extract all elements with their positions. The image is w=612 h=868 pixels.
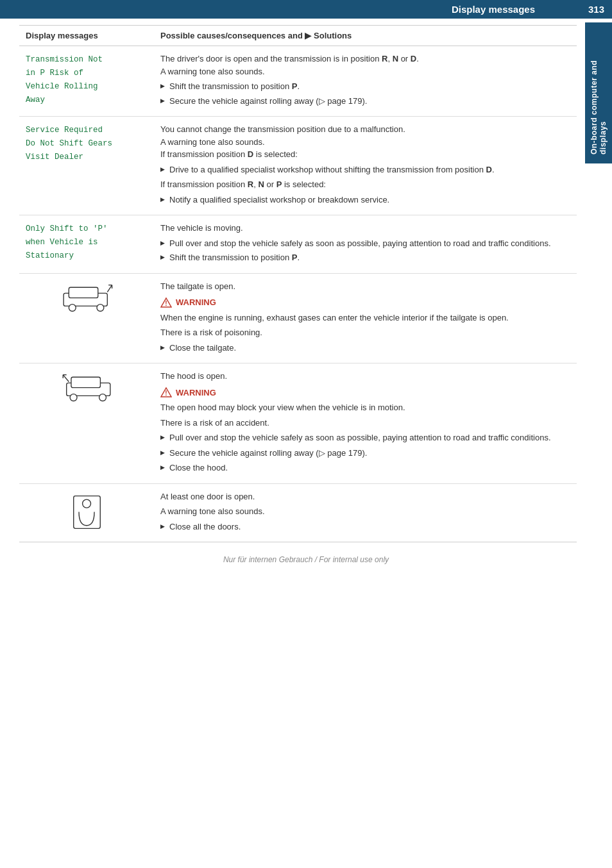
svg-point-12 xyxy=(99,394,106,401)
display-message-code: Only Shift to 'P' when Vehicle is Statio… xyxy=(26,224,108,260)
message-cell xyxy=(19,483,154,542)
svg-rect-1 xyxy=(69,287,98,297)
causes-cell: At least one door is open.A warning tone… xyxy=(154,483,577,542)
main-content: Display messages Possible causes/consequ… xyxy=(19,25,577,542)
message-cell: Only Shift to 'P' when Vehicle is Statio… xyxy=(19,215,154,274)
message-cell xyxy=(19,363,154,484)
cause-text: The hood is open. xyxy=(160,370,570,383)
solution-item: Close the hood. xyxy=(160,462,570,474)
header-bar: Display messages 313 xyxy=(0,0,612,19)
causes-cell: The driver's door is open and the transm… xyxy=(154,46,577,117)
hood-icon xyxy=(26,370,148,407)
solution-list: Close the hood. xyxy=(160,462,570,474)
causes-cell: You cannot change the transmission posit… xyxy=(154,117,577,215)
display-message-code: Service Required Do Not Shift Gears Visi… xyxy=(26,126,112,162)
table-row: The tailgate is open. ! WARNINGWhen the … xyxy=(19,273,577,363)
svg-line-4 xyxy=(107,285,112,292)
header-title: Display messages xyxy=(452,4,574,15)
cause-text: The tailgate is open. xyxy=(160,280,570,293)
warning-label: WARNING xyxy=(176,387,216,399)
table-row: Only Shift to 'P' when Vehicle is Statio… xyxy=(19,215,577,274)
side-tab: On-board computer and displays xyxy=(585,22,612,163)
cause-text: At least one door is open. xyxy=(160,490,570,503)
svg-line-13 xyxy=(63,375,69,382)
svg-rect-10 xyxy=(71,377,99,387)
solution-list: Close the tailgate. xyxy=(160,342,570,355)
svg-point-19 xyxy=(82,499,90,508)
svg-text:!: ! xyxy=(165,300,167,307)
svg-point-2 xyxy=(69,304,76,311)
svg-point-3 xyxy=(96,304,103,311)
col-header-messages: Display messages xyxy=(19,26,154,46)
table-row: Transmission Not in P Risk of Vehicle Ro… xyxy=(19,46,577,117)
table-row: Service Required Do Not Shift Gears Visi… xyxy=(19,117,577,215)
table-row: At least one door is open.A warning tone… xyxy=(19,483,577,542)
table-row: The hood is open. ! WARNINGThe open hood… xyxy=(19,363,577,484)
cause-text: When the engine is running, exhaust gase… xyxy=(160,312,570,324)
solution-item: Close all the doors. xyxy=(160,521,570,533)
display-message-code: Transmission Not in P Risk of Vehicle Ro… xyxy=(26,55,103,104)
message-cell xyxy=(19,273,154,363)
cause-text: There is a risk of an accident. xyxy=(160,417,570,430)
display-table: Display messages Possible causes/consequ… xyxy=(19,25,577,542)
causes-cell: The hood is open. ! WARNINGThe open hood… xyxy=(154,363,577,484)
svg-point-11 xyxy=(70,394,77,401)
door-icon xyxy=(26,490,148,534)
solution-list: Secure the vehicle against rolling away … xyxy=(160,447,570,460)
footer: Nur für internen Gebrauch / For internal… xyxy=(0,555,612,573)
page-number: 313 xyxy=(581,0,612,19)
warning-block: ! WARNING xyxy=(160,296,570,309)
solution-list: Pull over and stop the vehicle safely as… xyxy=(160,431,570,444)
solution-item: Close the tailgate. xyxy=(160,342,570,355)
cause-text: A warning tone also sounds. xyxy=(160,505,570,518)
svg-text:!: ! xyxy=(165,390,167,397)
message-cell: Service Required Do Not Shift Gears Visi… xyxy=(19,117,154,215)
causes-cell: The vehicle is moving.Pull over and stop… xyxy=(154,215,577,274)
warning-block: ! WARNING xyxy=(160,387,570,399)
warning-label: WARNING xyxy=(176,296,216,309)
message-cell: Transmission Not in P Risk of Vehicle Ro… xyxy=(19,46,154,117)
footer-text: Nur für internen Gebrauch / For internal… xyxy=(223,555,389,564)
solution-item: Pull over and stop the vehicle safely as… xyxy=(160,431,570,444)
cause-text: The open hood may block your view when t… xyxy=(160,401,570,414)
cause-text: There is a risk of poisoning. xyxy=(160,326,570,339)
col-header-causes: Possible causes/consequences and ▶ Solut… xyxy=(154,26,577,46)
causes-cell: The tailgate is open. ! WARNINGWhen the … xyxy=(154,273,577,363)
solution-item: Secure the vehicle against rolling away … xyxy=(160,447,570,460)
tailgate-icon xyxy=(26,280,148,317)
solution-list: Close all the doors. xyxy=(160,521,570,533)
